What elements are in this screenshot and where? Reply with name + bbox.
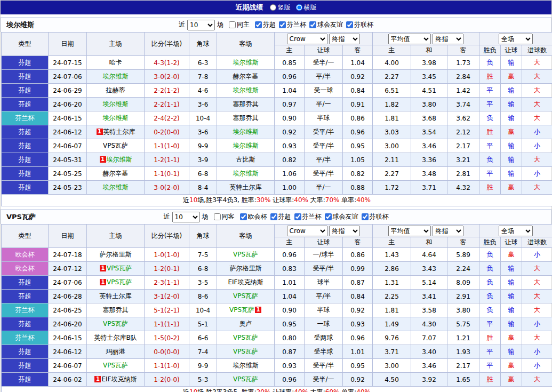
match-score: 2-3(1-1)	[145, 276, 189, 290]
col-date: 日期	[49, 33, 87, 56]
league-filter-checkbox[interactable]: 芬联杯	[362, 212, 389, 221]
average-select[interactable]: 平均值	[388, 226, 431, 236]
league-filter-checkbox[interactable]: 球会友谊	[325, 212, 358, 221]
match-count-select[interactable]: 10	[172, 212, 200, 222]
same-venue-input[interactable]	[229, 21, 236, 28]
col-result-handicap: 让球	[501, 45, 522, 56]
col-asian-handicap: 让球	[305, 45, 343, 56]
asian-away: 0.84	[343, 84, 373, 98]
result-handicap: 赢	[501, 181, 522, 195]
asian-handicap: 受平/半	[305, 167, 343, 181]
away-team: VPS瓦萨1	[217, 303, 275, 317]
league-filter-input[interactable]	[279, 21, 286, 28]
league-filter-label: 球会友谊	[333, 212, 358, 221]
league-filter-checkbox[interactable]: 球会友谊	[309, 20, 343, 29]
asian-handicap: 受平/半	[305, 262, 343, 276]
result-group: 全场	[479, 225, 552, 237]
team-label: EIF埃克纳斯	[101, 375, 137, 383]
euro-draw: 3.92	[411, 373, 447, 387]
match-date: 24-07-06	[49, 70, 87, 84]
result-handicap: 输	[501, 98, 522, 111]
summary-text: 10	[189, 196, 197, 204]
result-handicap: 赢	[501, 331, 522, 345]
team-label: 赫尔辛基	[103, 170, 129, 177]
match-type: 芬超	[2, 290, 49, 303]
league-filter-input[interactable]	[270, 213, 277, 220]
home-team: 1EIF埃克纳斯	[87, 373, 145, 387]
euro-draw: 3.48	[411, 167, 447, 181]
league-filter-input[interactable]	[325, 213, 332, 220]
same-venue-input[interactable]	[214, 213, 221, 220]
asian-home: 0.85	[275, 56, 305, 70]
match-score: 2-2(1-2)	[145, 84, 189, 98]
league-filter-input[interactable]	[346, 21, 353, 28]
scope-select[interactable]: 全场	[499, 34, 533, 44]
average-mode-select[interactable]: 终指	[433, 226, 463, 236]
match-date: 24-06-07	[49, 139, 87, 153]
league-filter-label: 芬联杯	[370, 212, 389, 221]
league-filter-checkbox[interactable]: 芬超	[255, 20, 276, 29]
odds-provider-select[interactable]: Crow	[287, 226, 327, 236]
league-filter-checkbox[interactable]: 芬兰杯	[294, 212, 322, 221]
filter-bar: 近 10 场 同主 芬超芬兰杯球会友谊芬联杯	[92, 20, 551, 30]
result-handicap: 输	[501, 290, 522, 303]
scope-select[interactable]: 全场	[499, 226, 533, 236]
euro-home: 2.11	[373, 153, 411, 167]
league-filter-checkbox[interactable]: 芬兰杯	[279, 20, 306, 29]
league-filter-input[interactable]	[294, 213, 301, 220]
away-team: 奥卢	[217, 317, 275, 331]
home-team: VPS瓦萨	[87, 317, 145, 331]
average-select[interactable]: 平均值	[388, 34, 431, 44]
result-handicap: 赢	[501, 125, 522, 139]
view-option-vertical[interactable]: 竖版	[270, 3, 291, 12]
topbar: 近期战绩 竖版横版	[1, 1, 551, 14]
team-name: 埃尔维斯	[1, 20, 92, 30]
focal-team-label: VPS瓦萨	[229, 306, 254, 314]
view-radio[interactable]	[270, 4, 276, 11]
result-goals: 小	[522, 317, 552, 331]
corner-score: 3-5	[189, 276, 217, 290]
view-option-horizontal[interactable]: 横版	[296, 3, 317, 12]
away-team: VPS瓦萨	[217, 290, 275, 303]
asian-handicap: 受半/一	[305, 373, 343, 387]
league-filter-checkbox[interactable]: 芬超	[270, 212, 291, 221]
match-row: 芬超24-06-28英特土尔库3-1(2-0)8-6VPS瓦萨1.04平/半0.…	[2, 290, 552, 303]
summary-text: 70%	[325, 196, 340, 204]
result-goals: 大	[522, 331, 552, 345]
match-type: 芬超	[2, 125, 49, 139]
match-date: 24-07-18	[49, 248, 87, 262]
asian-home: 1.01	[275, 276, 305, 290]
euro-away: 2.17	[447, 139, 479, 153]
asian-handicap: 受平/半	[305, 359, 343, 373]
league-filter-input[interactable]	[255, 21, 262, 28]
col-euro-home: 主	[373, 45, 411, 56]
view-radio[interactable]	[296, 4, 302, 11]
focal-team-label: 埃尔维斯	[103, 114, 129, 122]
euro-home: 1.43	[373, 248, 411, 262]
odds-provider-mode-select[interactable]: 终指	[329, 34, 360, 44]
home-team: 塞那乔其	[87, 303, 145, 317]
same-venue-checkbox[interactable]: 同客	[214, 212, 235, 221]
league-filter-input[interactable]	[240, 213, 247, 220]
asian-home: 0.82	[275, 153, 305, 167]
focal-team-label: VPS瓦萨	[233, 292, 258, 300]
league-filter-checkbox[interactable]: 芬联杯	[346, 20, 373, 29]
odds-provider-select[interactable]: Crow	[287, 34, 327, 44]
team-section: VPS瓦萨 近 10 场 同客 欧会杯芬超芬兰杯球会友谊芬联杯	[1, 209, 551, 392]
same-venue-checkbox[interactable]: 同主	[229, 20, 250, 29]
match-date: 24-06-25	[49, 303, 87, 317]
match-date: 24-06-07	[49, 359, 87, 373]
section-header: VPS瓦萨 近 10 场 同客 欧会杯芬超芬兰杯球会友谊芬联杯	[1, 209, 551, 224]
odds-provider-mode-select[interactable]: 终指	[329, 226, 360, 236]
average-mode-select[interactable]: 终指	[433, 34, 463, 44]
league-filter-input[interactable]	[309, 21, 316, 28]
corner-score: 6-3	[189, 56, 217, 70]
home-team: VPS瓦萨	[87, 359, 145, 373]
summary-text: 30%	[257, 196, 271, 204]
league-filter-input[interactable]	[362, 213, 369, 220]
focal-team-label: VPS瓦萨	[107, 278, 132, 286]
match-score: 0-0(0-0)	[145, 345, 189, 359]
league-filter-checkbox[interactable]: 欧会杯	[240, 212, 267, 221]
match-count-select[interactable]: 10	[187, 20, 215, 30]
team-label: 古比斯	[236, 156, 255, 163]
